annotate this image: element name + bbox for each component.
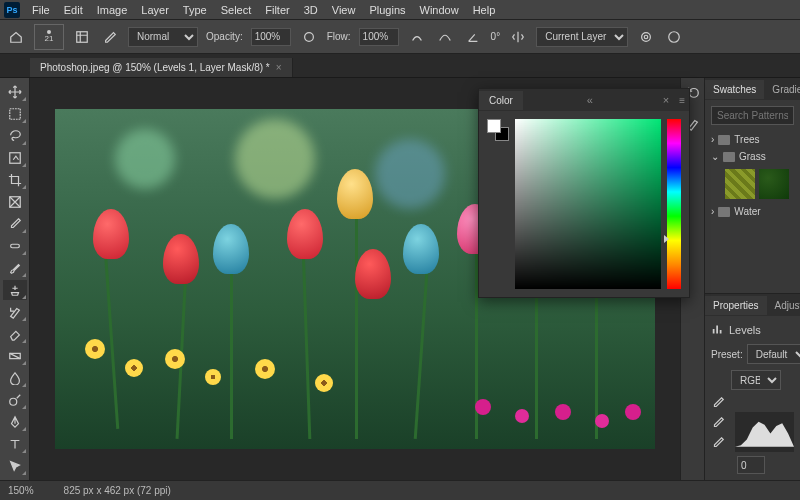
color-panel: Color « × ≡ bbox=[478, 88, 690, 298]
tab-properties[interactable]: Properties bbox=[705, 296, 767, 315]
pen-tool[interactable] bbox=[3, 412, 27, 432]
svg-point-11 bbox=[689, 89, 698, 98]
object-selection-tool[interactable] bbox=[3, 148, 27, 168]
history-brush-tool[interactable] bbox=[3, 302, 27, 322]
document-tab[interactable]: Photoshop.jpeg @ 150% (Levels 1, Layer M… bbox=[30, 58, 293, 77]
options-bar: 21 Normal Opacity: Flow: 0° Current Laye… bbox=[0, 20, 800, 54]
svg-point-10 bbox=[9, 398, 16, 405]
menu-file[interactable]: File bbox=[26, 2, 56, 18]
path-selection-tool[interactable] bbox=[3, 456, 27, 476]
menu-type[interactable]: Type bbox=[177, 2, 213, 18]
svg-point-1 bbox=[304, 32, 313, 41]
menu-3d[interactable]: 3D bbox=[298, 2, 324, 18]
symmetry-icon[interactable] bbox=[508, 27, 528, 47]
eyedropper-gray-icon[interactable] bbox=[711, 416, 725, 432]
folder-water[interactable]: › Water bbox=[711, 203, 794, 220]
menu-filter[interactable]: Filter bbox=[259, 2, 295, 18]
tab-adjustments[interactable]: Adjustments bbox=[767, 296, 800, 315]
crop-tool[interactable] bbox=[3, 170, 27, 190]
blur-tool[interactable] bbox=[3, 368, 27, 388]
folder-trees[interactable]: › Trees bbox=[711, 131, 794, 148]
folder-icon bbox=[718, 135, 730, 145]
move-tool[interactable] bbox=[3, 82, 27, 102]
foreground-background-swatch[interactable] bbox=[487, 119, 509, 141]
svg-rect-5 bbox=[9, 109, 20, 120]
menu-help[interactable]: Help bbox=[467, 2, 502, 18]
frame-tool[interactable] bbox=[3, 192, 27, 212]
color-field[interactable] bbox=[515, 119, 661, 289]
tab-gradients[interactable]: Gradients bbox=[764, 80, 800, 99]
type-tool[interactable] bbox=[3, 434, 27, 454]
svg-point-3 bbox=[644, 35, 648, 39]
channel-select[interactable]: RGB bbox=[731, 370, 781, 390]
gradient-tool[interactable] bbox=[3, 346, 27, 366]
brush-preset-picker[interactable]: 21 bbox=[34, 24, 64, 50]
clone-stamp-tool[interactable] bbox=[3, 280, 27, 300]
flow-input[interactable] bbox=[359, 28, 399, 46]
folder-grass[interactable]: ⌄ Grass bbox=[711, 148, 794, 165]
preset-label: Preset: bbox=[711, 349, 743, 360]
chevron-right-icon: › bbox=[711, 134, 714, 145]
panel-collapse-icon[interactable]: « bbox=[581, 94, 599, 106]
svg-point-2 bbox=[642, 32, 651, 41]
brush-settings-icon[interactable] bbox=[100, 27, 120, 47]
angle-icon[interactable] bbox=[463, 27, 483, 47]
properties-panel-tabs: Properties Adjustments bbox=[705, 294, 800, 316]
levels-histogram[interactable] bbox=[735, 412, 794, 452]
brush-panel-icon[interactable] bbox=[72, 27, 92, 47]
folder-icon bbox=[718, 207, 730, 217]
status-bar: 150% 825 px x 462 px (72 ppi) bbox=[0, 480, 800, 500]
pattern-thumb[interactable] bbox=[725, 169, 755, 199]
eyedropper-black-icon[interactable] bbox=[711, 396, 725, 412]
eyedropper-white-icon[interactable] bbox=[711, 436, 725, 452]
menu-view[interactable]: View bbox=[326, 2, 362, 18]
pressure-opacity-icon[interactable] bbox=[299, 27, 319, 47]
tablet-settings-icon[interactable] bbox=[664, 27, 684, 47]
panel-menu-icon[interactable]: ≡ bbox=[675, 95, 689, 106]
airbrush-icon[interactable] bbox=[407, 27, 427, 47]
black-point-input[interactable] bbox=[737, 456, 765, 474]
zoom-level[interactable]: 150% bbox=[8, 485, 34, 496]
healing-brush-tool[interactable] bbox=[3, 236, 27, 256]
pattern-thumb[interactable] bbox=[759, 169, 789, 199]
pressure-size-icon[interactable] bbox=[636, 27, 656, 47]
eraser-tool[interactable] bbox=[3, 324, 27, 344]
levels-icon bbox=[711, 322, 725, 338]
properties-panel: Properties Adjustments Levels Preset: De… bbox=[705, 293, 800, 480]
document-tab-bar: Photoshop.jpeg @ 150% (Levels 1, Layer M… bbox=[0, 54, 800, 78]
blend-mode-select[interactable]: Normal bbox=[128, 27, 198, 47]
folder-icon bbox=[723, 152, 735, 162]
sample-target-select[interactable]: Current Layer bbox=[536, 27, 628, 47]
menu-layer[interactable]: Layer bbox=[135, 2, 175, 18]
opacity-input[interactable] bbox=[251, 28, 291, 46]
adjustment-type-label: Levels bbox=[729, 324, 761, 336]
document-dimensions[interactable]: 825 px x 462 px (72 ppi) bbox=[64, 485, 171, 496]
hue-slider[interactable] bbox=[667, 119, 681, 289]
menu-window[interactable]: Window bbox=[414, 2, 465, 18]
close-icon[interactable]: × bbox=[657, 94, 675, 106]
preset-select[interactable]: Default bbox=[747, 344, 800, 364]
eyedropper-tool[interactable] bbox=[3, 214, 27, 234]
lasso-tool[interactable] bbox=[3, 126, 27, 146]
smoothing-icon[interactable] bbox=[435, 27, 455, 47]
menu-plugins[interactable]: Plugins bbox=[363, 2, 411, 18]
menu-image[interactable]: Image bbox=[91, 2, 134, 18]
folder-label: Trees bbox=[734, 134, 759, 145]
pattern-search-input[interactable] bbox=[711, 106, 794, 125]
marquee-tool[interactable] bbox=[3, 104, 27, 124]
home-icon[interactable] bbox=[6, 27, 26, 47]
brush-tool[interactable] bbox=[3, 258, 27, 278]
tab-color[interactable]: Color bbox=[479, 91, 523, 110]
menu-bar: Ps File Edit Image Layer Type Select Fil… bbox=[0, 0, 800, 20]
foreground-color-swatch[interactable] bbox=[487, 119, 501, 133]
photoshop-logo-icon: Ps bbox=[4, 2, 20, 18]
close-icon[interactable]: × bbox=[276, 62, 282, 73]
chevron-right-icon: › bbox=[711, 206, 714, 217]
dodge-tool[interactable] bbox=[3, 390, 27, 410]
menu-edit[interactable]: Edit bbox=[58, 2, 89, 18]
hue-slider-thumb[interactable] bbox=[664, 235, 669, 243]
tab-swatches[interactable]: Swatches bbox=[705, 80, 764, 99]
menu-select[interactable]: Select bbox=[215, 2, 258, 18]
right-dock: Swatches Gradients › Trees ⌄ Grass bbox=[704, 78, 800, 480]
color-panel-header[interactable]: Color « × ≡ bbox=[479, 89, 689, 111]
